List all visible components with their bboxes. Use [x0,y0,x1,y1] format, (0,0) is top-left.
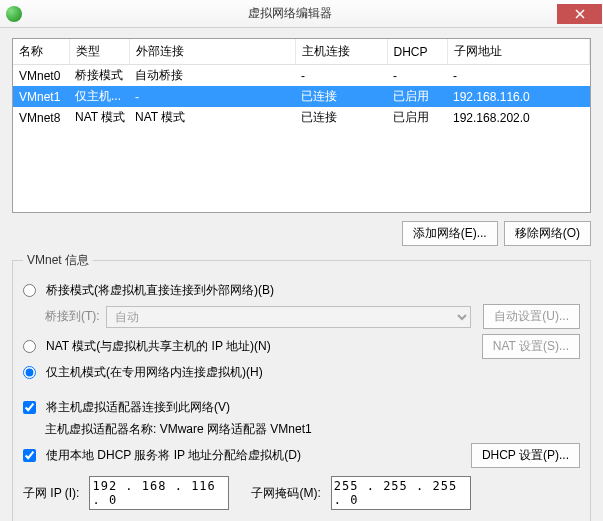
cell-host: - [295,65,387,87]
bridge-mode-radio[interactable] [23,284,36,297]
nat-mode-label: NAT 模式(与虚拟机共享主机的 IP 地址)(N) [46,338,271,355]
connect-host-adapter-checkbox[interactable] [23,401,36,414]
use-dhcp-checkbox[interactable] [23,449,36,462]
close-icon [575,9,585,19]
cell-type: 仅主机... [69,86,129,107]
cell-ext: 自动桥接 [129,65,295,87]
table-row[interactable]: VMnet8NAT 模式NAT 模式已连接已启用192.168.202.0 [13,107,590,128]
cell-host: 已连接 [295,86,387,107]
col-header-0[interactable]: 名称 [13,39,69,65]
hostonly-mode-label: 仅主机模式(在专用网络内连接虚拟机)(H) [46,364,263,381]
subnet-ip-label: 子网 IP (I): [23,485,79,502]
subnet-mask-label: 子网掩码(M): [251,485,320,502]
subnet-ip-input[interactable]: 192 . 168 . 116 . 0 [89,476,229,510]
cell-subnet: 192.168.116.0 [447,86,590,107]
table-row[interactable]: VMnet0桥接模式自动桥接--- [13,65,590,87]
window-title: 虚拟网络编辑器 [22,5,557,22]
titlebar: 虚拟网络编辑器 [0,0,603,28]
connect-host-adapter-label: 将主机虚拟适配器连接到此网络(V) [46,399,230,416]
network-table[interactable]: 名称类型外部连接主机连接DHCP子网地址 VMnet0桥接模式自动桥接---VM… [12,38,591,213]
nat-settings-button[interactable]: NAT 设置(S)... [482,334,580,359]
cell-dhcp: 已启用 [387,86,447,107]
app-icon [6,6,22,22]
bridge-to-select[interactable]: 自动 [106,306,472,328]
dhcp-settings-button[interactable]: DHCP 设置(P)... [471,443,580,468]
cell-type: 桥接模式 [69,65,129,87]
use-dhcp-label: 使用本地 DHCP 服务将 IP 地址分配给虚拟机(D) [46,447,301,464]
bridge-to-label: 桥接到(T): [45,308,100,325]
add-network-button[interactable]: 添加网络(E)... [402,221,498,246]
subnet-mask-input[interactable]: 255 . 255 . 255 . 0 [331,476,471,510]
hostonly-mode-radio[interactable] [23,366,36,379]
cell-type: NAT 模式 [69,107,129,128]
col-header-3[interactable]: 主机连接 [295,39,387,65]
remove-network-button[interactable]: 移除网络(O) [504,221,591,246]
cell-ext: NAT 模式 [129,107,295,128]
close-button[interactable] [557,4,602,24]
col-header-1[interactable]: 类型 [69,39,129,65]
bridge-mode-label: 桥接模式(将虚拟机直接连接到外部网络)(B) [46,282,274,299]
col-header-2[interactable]: 外部连接 [129,39,295,65]
cell-name: VMnet1 [13,86,69,107]
col-header-4[interactable]: DHCP [387,39,447,65]
cell-dhcp: - [387,65,447,87]
host-adapter-name-label: 主机虚拟适配器名称: VMware 网络适配器 VMnet1 [45,421,312,438]
vmnet-info-group: VMnet 信息 桥接模式(将虚拟机直接连接到外部网络)(B) 桥接到(T): … [12,252,591,521]
cell-name: VMnet0 [13,65,69,87]
auto-settings-button[interactable]: 自动设置(U)... [483,304,580,329]
table-row[interactable]: VMnet1仅主机...-已连接已启用192.168.116.0 [13,86,590,107]
col-header-5[interactable]: 子网地址 [447,39,590,65]
cell-name: VMnet8 [13,107,69,128]
vmnet-info-legend: VMnet 信息 [23,252,93,269]
nat-mode-radio[interactable] [23,340,36,353]
cell-ext: - [129,86,295,107]
cell-subnet: - [447,65,590,87]
cell-subnet: 192.168.202.0 [447,107,590,128]
cell-dhcp: 已启用 [387,107,447,128]
cell-host: 已连接 [295,107,387,128]
